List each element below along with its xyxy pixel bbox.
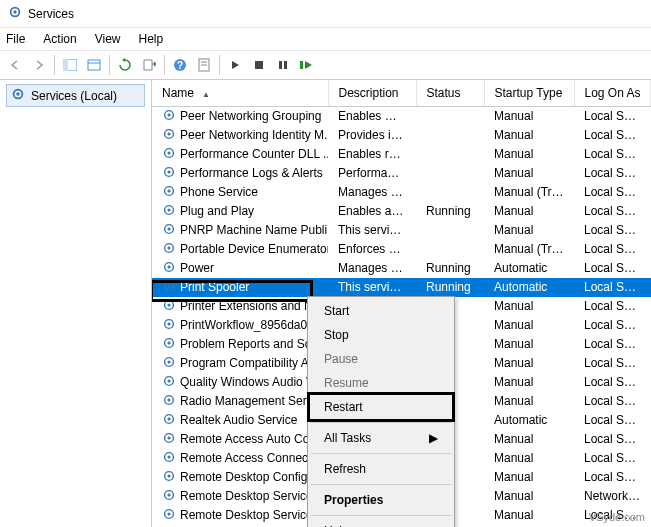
svc-name: Power bbox=[180, 261, 214, 275]
svg-point-57 bbox=[167, 474, 170, 477]
svc-startup: Manual bbox=[484, 335, 574, 354]
col-logon[interactable]: Log On As bbox=[574, 80, 651, 106]
svc-status bbox=[416, 164, 484, 183]
properties-button[interactable] bbox=[193, 54, 215, 76]
ctx-restart[interactable]: Restart bbox=[310, 395, 452, 419]
table-row[interactable]: Peer Networking Identity M...Provides id… bbox=[152, 126, 651, 145]
gear-icon bbox=[162, 374, 176, 391]
gear-icon bbox=[162, 184, 176, 201]
svc-startup: Automatic bbox=[484, 259, 574, 278]
help-button[interactable]: ? bbox=[169, 54, 191, 76]
gear-icon bbox=[162, 298, 176, 315]
table-row[interactable]: Performance Counter DLL ...Enables rem..… bbox=[152, 145, 651, 164]
separator bbox=[311, 515, 451, 516]
sidebar-item-services-local[interactable]: Services (Local) bbox=[6, 84, 145, 107]
context-menu: Start Stop Pause Resume Restart All Task… bbox=[307, 296, 455, 527]
svc-logon: Local Syste... bbox=[574, 183, 651, 202]
gear-icon bbox=[162, 355, 176, 372]
gear-icon bbox=[162, 241, 176, 258]
svc-startup: Manual bbox=[484, 468, 574, 487]
forward-button[interactable] bbox=[28, 54, 50, 76]
svg-point-59 bbox=[167, 493, 170, 496]
table-row[interactable]: PNRP Machine Name Publi...This service .… bbox=[152, 221, 651, 240]
table-row[interactable]: Phone ServiceManages th...Manual (Trig..… bbox=[152, 183, 651, 202]
table-row[interactable]: Plug and PlayEnables a c...RunningManual… bbox=[152, 202, 651, 221]
svc-startup: Manual bbox=[484, 392, 574, 411]
show-hide-tree-button[interactable] bbox=[59, 54, 81, 76]
gear-icon bbox=[162, 393, 176, 410]
svg-point-35 bbox=[167, 265, 170, 268]
export-list-button[interactable] bbox=[138, 54, 160, 76]
ctx-start[interactable]: Start bbox=[310, 299, 452, 323]
svc-logon: Local Syste... bbox=[574, 430, 651, 449]
table-row[interactable]: Performance Logs & AlertsPerformanc...Ma… bbox=[152, 164, 651, 183]
svg-rect-3 bbox=[63, 59, 68, 71]
col-status[interactable]: Status bbox=[416, 80, 484, 106]
refresh-button[interactable] bbox=[114, 54, 136, 76]
start-service-button[interactable] bbox=[224, 54, 246, 76]
menu-view[interactable]: View bbox=[95, 32, 121, 46]
svg-rect-6 bbox=[144, 60, 152, 70]
svc-startup: Manual bbox=[484, 106, 574, 126]
svg-point-31 bbox=[167, 227, 170, 230]
toolbar-separator bbox=[54, 55, 55, 75]
stop-service-button[interactable] bbox=[248, 54, 270, 76]
svg-point-61 bbox=[167, 512, 170, 515]
svc-name: Remote Access Connectio... bbox=[180, 451, 328, 465]
table-row[interactable]: Print SpoolerThis service...RunningAutom… bbox=[152, 278, 651, 297]
back-button[interactable] bbox=[4, 54, 26, 76]
svc-desc: Manages th... bbox=[328, 183, 416, 202]
svc-startup: Manual bbox=[484, 430, 574, 449]
svg-text:?: ? bbox=[177, 60, 183, 71]
gear-icon bbox=[8, 5, 22, 22]
svc-logon: Local Syste... bbox=[574, 297, 651, 316]
sort-asc-icon: ▲ bbox=[202, 90, 210, 99]
table-row[interactable]: Portable Device Enumerator...Enforces gr… bbox=[152, 240, 651, 259]
svg-rect-12 bbox=[255, 61, 263, 69]
col-description[interactable]: Description bbox=[328, 80, 416, 106]
restart-service-button[interactable] bbox=[296, 54, 318, 76]
svc-name: Remote Desktop Services bbox=[180, 489, 319, 503]
svg-point-51 bbox=[167, 417, 170, 420]
col-name[interactable]: Name▲ bbox=[152, 80, 328, 106]
gear-icon bbox=[162, 222, 176, 239]
menu-file[interactable]: File bbox=[6, 32, 25, 46]
svc-name: Peer Networking Identity M... bbox=[180, 128, 328, 142]
table-row[interactable]: Peer Networking GroupingEnables mul...Ma… bbox=[152, 106, 651, 126]
svc-logon: Local Syste... bbox=[574, 259, 651, 278]
svc-logon: Local Syste... bbox=[574, 468, 651, 487]
svc-desc: Performanc... bbox=[328, 164, 416, 183]
svc-name: PrintWorkflow_8956da0 bbox=[180, 318, 307, 332]
svc-startup: Manual bbox=[484, 164, 574, 183]
svg-point-45 bbox=[167, 360, 170, 363]
toolbar-separator bbox=[109, 55, 110, 75]
separator bbox=[311, 422, 451, 423]
gear-icon bbox=[162, 336, 176, 353]
svc-desc: This service ... bbox=[328, 221, 416, 240]
export-button[interactable] bbox=[83, 54, 105, 76]
svc-startup: Manual bbox=[484, 221, 574, 240]
menu-help[interactable]: Help bbox=[139, 32, 164, 46]
svg-point-25 bbox=[167, 170, 170, 173]
svc-status bbox=[416, 240, 484, 259]
svc-logon: Local Syste... bbox=[574, 449, 651, 468]
svg-point-23 bbox=[167, 151, 170, 154]
svc-startup: Manual bbox=[484, 145, 574, 164]
svc-status bbox=[416, 106, 484, 126]
ctx-help[interactable]: Help bbox=[310, 519, 452, 527]
col-startup[interactable]: Startup Type bbox=[484, 80, 574, 106]
toolbar: ? bbox=[0, 50, 651, 80]
ctx-all-tasks[interactable]: All Tasks▶ bbox=[310, 426, 452, 450]
svg-point-21 bbox=[167, 132, 170, 135]
ctx-refresh[interactable]: Refresh bbox=[310, 457, 452, 481]
separator bbox=[311, 484, 451, 485]
ctx-properties[interactable]: Properties bbox=[310, 488, 452, 512]
toolbar-separator bbox=[164, 55, 165, 75]
svc-name: Portable Device Enumerator... bbox=[180, 242, 328, 256]
menu-action[interactable]: Action bbox=[43, 32, 76, 46]
table-row[interactable]: PowerManages p...RunningAutomaticLocal S… bbox=[152, 259, 651, 278]
svc-status: Running bbox=[416, 278, 484, 297]
ctx-stop[interactable]: Stop bbox=[310, 323, 452, 347]
svc-logon: Local Syste... bbox=[574, 316, 651, 335]
pause-service-button[interactable] bbox=[272, 54, 294, 76]
